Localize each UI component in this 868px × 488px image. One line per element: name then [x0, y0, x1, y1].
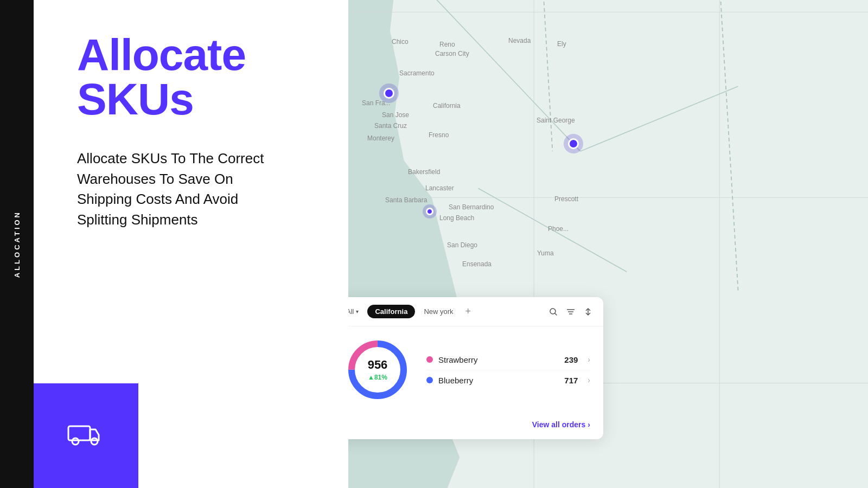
blueberry-count: 717: [564, 376, 578, 385]
card-footer: View all orders ›: [348, 413, 603, 439]
filter-button[interactable]: [564, 306, 577, 318]
card-body: 956 ▲81% Strawberry 239 › Blueberry: [348, 326, 603, 413]
donut-center: 956 ▲81%: [368, 358, 388, 382]
sort-icon: [584, 307, 592, 316]
blueberry-chevron: ›: [588, 376, 590, 384]
donut-percent: ▲81%: [368, 374, 387, 381]
svg-point-1: [72, 438, 79, 445]
tab-new-york[interactable]: New york: [418, 305, 458, 318]
chevron-down-icon: ▾: [356, 309, 359, 314]
search-icon: [549, 307, 558, 316]
map-pin-sf[interactable]: [379, 84, 399, 103]
tab-california[interactable]: California: [367, 305, 415, 318]
main-content: Allocate SKUs Allocate SKUs To The Corre…: [34, 0, 868, 488]
donut-total: 956: [368, 358, 388, 372]
search-button[interactable]: [547, 305, 560, 318]
sidebar: ALLOCATION: [0, 0, 34, 488]
filter-icon: [566, 308, 575, 316]
svg-point-2: [91, 438, 98, 445]
blueberry-dot: [426, 377, 433, 383]
blueberry-name: Blueberry: [438, 376, 559, 385]
tab-all[interactable]: All ▾: [348, 305, 364, 318]
svg-rect-0: [68, 426, 90, 440]
left-panel: Allocate SKUs Allocate SKUs To The Corre…: [34, 0, 348, 488]
sort-button[interactable]: [582, 305, 595, 318]
icon-box: [34, 383, 138, 488]
svg-line-15: [555, 313, 557, 315]
strawberry-chevron: ›: [588, 355, 590, 364]
map-pin-lasvegas[interactable]: [564, 134, 583, 153]
truck-icon: [67, 420, 105, 452]
map-area: Chico Reno Carson City Nevada Ely Sacram…: [348, 0, 868, 488]
list-item-blueberry[interactable]: Blueberry 717 ›: [426, 370, 590, 390]
items-list: Strawberry 239 › Blueberry 717 ›: [426, 350, 590, 390]
page-description: Allocate SKUs To The Correct Warehouses …: [77, 149, 305, 230]
tab-add[interactable]: +: [462, 305, 475, 318]
strawberry-name: Strawberry: [438, 355, 559, 364]
tab-icon-group: [547, 305, 595, 318]
card-tabs: All ▾ California New york +: [348, 297, 603, 326]
map-pin-la[interactable]: [423, 204, 437, 219]
list-item-strawberry[interactable]: Strawberry 239 ›: [426, 350, 590, 370]
strawberry-count: 239: [564, 355, 578, 364]
donut-chart: 956 ▲81%: [348, 337, 410, 402]
view-all-chevron-icon: ›: [588, 420, 590, 429]
data-card: All ▾ California New york +: [348, 297, 603, 439]
view-all-orders-button[interactable]: View all orders ›: [532, 420, 590, 429]
strawberry-dot: [426, 356, 433, 363]
page-title: Allocate SKUs: [77, 33, 321, 121]
sidebar-label: ALLOCATION: [13, 210, 21, 278]
